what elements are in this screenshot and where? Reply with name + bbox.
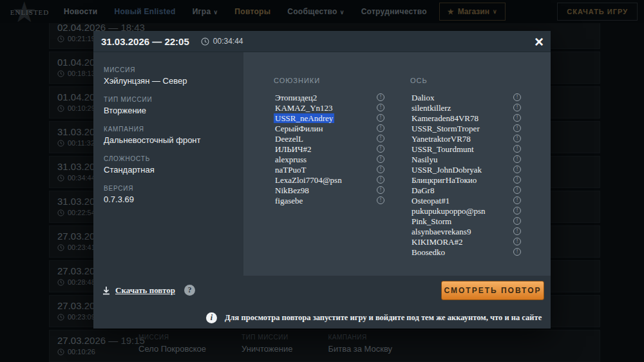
player-name[interactable]: Kameraden84VR78: [410, 113, 480, 123]
player-row: Pink_Storm !: [410, 216, 521, 226]
modal-footer: Скачать повтор ? СМОТРЕТЬ ПОВТОР i Для п…: [93, 276, 551, 329]
player-name[interactable]: Этопиздец2: [274, 93, 318, 102]
player-row: figasebe !: [274, 195, 384, 205]
modal-header: 31.03.2026 — 22:05 00:34:44 ×: [93, 31, 551, 52]
replay-duration: 00:34:44: [213, 37, 243, 46]
player-row: USSR_JohnDobryak !: [410, 164, 521, 175]
player-name[interactable]: Nasilyu: [410, 155, 439, 164]
detail-value: Хэйлунцзян — Север: [104, 76, 233, 86]
players-panel: СОЮЗНИКИ Этопиздец2 ! KAMAZ_Yn123 !: [243, 52, 551, 276]
player-row: СерыйФилин !: [274, 123, 384, 133]
player-row: LexaZloi7704@psn !: [274, 175, 384, 185]
player-name[interactable]: pukupukupoppo@psn: [410, 206, 487, 216]
player-info-icon[interactable]: !: [377, 114, 384, 122]
detail-group: ТИП МИССИИ Вторжение: [104, 96, 233, 116]
player-name[interactable]: alsynbaevrekans9: [410, 227, 472, 236]
player-name[interactable]: LexaZloi7704@psn: [274, 175, 343, 185]
player-info-icon[interactable]: !: [513, 248, 521, 256]
player-row: Boosedko !: [410, 247, 521, 257]
player-row: Daliox !: [410, 92, 521, 102]
player-info-icon[interactable]: !: [513, 176, 521, 184]
player-name[interactable]: DaGr8: [410, 186, 435, 195]
player-name[interactable]: KIKIMORA#2: [410, 237, 464, 247]
download-replay-link[interactable]: Скачать повтор: [115, 285, 175, 296]
player-name[interactable]: Boosedko: [410, 247, 446, 257]
replay-details-modal: 31.03.2026 — 22:05 00:34:44 × МИССИЯ Хэй…: [93, 31, 551, 329]
player-info-icon[interactable]: !: [377, 145, 384, 153]
player-info-icon[interactable]: !: [513, 238, 521, 245]
player-row: silentkillerz !: [410, 102, 521, 113]
player-row: DeezelL !: [274, 133, 384, 144]
player-info-icon[interactable]: !: [377, 124, 384, 132]
download-icon: [102, 286, 111, 295]
player-name[interactable]: USSR_Tourdmunt: [410, 144, 475, 154]
player-info-icon[interactable]: !: [513, 104, 521, 111]
player-row: naTPuoT !: [274, 164, 384, 175]
player-name[interactable]: Osteopat#1: [410, 196, 451, 205]
player-info-icon[interactable]: !: [513, 196, 521, 204]
player-name[interactable]: USSR_neAndrey: [274, 113, 334, 123]
player-row: DaGr8 !: [410, 185, 521, 195]
player-info-icon[interactable]: !: [513, 135, 521, 142]
detail-label: СЛОЖНОСТЬ: [104, 155, 233, 162]
player-info-icon[interactable]: !: [377, 166, 384, 173]
player-name[interactable]: БлицкригНаТокио: [410, 175, 478, 185]
player-name[interactable]: USSR_JohnDobryak: [410, 165, 483, 175]
player-info-icon[interactable]: !: [377, 104, 384, 111]
player-info-icon[interactable]: !: [377, 135, 384, 142]
player-info-icon[interactable]: !: [377, 93, 384, 101]
info-note-text: Для просмотра повтора запустите игру и в…: [225, 313, 542, 323]
player-info-icon[interactable]: !: [513, 166, 521, 173]
modal-title: 31.03.2026 — 22:05: [101, 36, 189, 47]
player-name[interactable]: KAMAZ_Yn123: [274, 103, 334, 113]
detail-value: 0.7.3.69: [104, 195, 233, 205]
player-name[interactable]: silentkillerz: [410, 103, 452, 113]
player-row: pukupukupoppo@psn !: [410, 205, 521, 216]
player-info-icon[interactable]: !: [513, 217, 521, 225]
player-name[interactable]: figasebe: [274, 196, 304, 205]
axis-title: ОСЬ: [410, 77, 521, 84]
page: ★ ENLISTED Новости Новый Enlisted Игра∨ …: [0, 0, 644, 362]
close-icon[interactable]: ×: [527, 31, 551, 52]
player-name[interactable]: Pink_Storm: [410, 216, 453, 226]
player-row: USSR_Tourdmunt !: [410, 144, 521, 154]
detail-group: СЛОЖНОСТЬ Стандартная: [104, 155, 233, 175]
watch-replay-button[interactable]: СМОТРЕТЬ ПОВТОР: [441, 281, 544, 300]
player-row: БлицкригНаТокио !: [410, 175, 521, 185]
player-row: Osteopat#1 !: [410, 195, 521, 205]
player-row: ИЛЬИЧ#2 !: [274, 144, 384, 154]
player-name[interactable]: NikBez98: [274, 186, 310, 195]
player-info-icon[interactable]: !: [513, 155, 521, 163]
player-info-icon[interactable]: !: [377, 176, 384, 184]
player-info-icon[interactable]: !: [513, 114, 521, 122]
player-info-icon[interactable]: !: [513, 227, 521, 235]
info-icon: i: [206, 312, 217, 323]
player-info-icon[interactable]: !: [513, 207, 521, 214]
player-info-icon[interactable]: !: [377, 155, 384, 163]
player-row: KIKIMORA#2 !: [410, 236, 521, 247]
player-name[interactable]: СерыйФилин: [274, 124, 324, 133]
player-info-icon[interactable]: !: [513, 124, 521, 132]
player-name[interactable]: DeezelL: [274, 134, 305, 144]
detail-value: Вторжение: [104, 106, 233, 116]
player-row: Kameraden84VR78 !: [410, 113, 521, 123]
player-info-icon[interactable]: !: [377, 196, 384, 204]
player-info-icon[interactable]: !: [513, 145, 521, 153]
download-replay-row: Скачать повтор ?: [102, 285, 195, 296]
player-name[interactable]: USSR_StormTroper: [410, 124, 481, 133]
player-info-icon[interactable]: !: [377, 186, 384, 194]
player-name[interactable]: YanetraktorVR78: [410, 134, 472, 144]
player-name[interactable]: ИЛЬИЧ#2: [274, 144, 313, 154]
detail-group: КАМПАНИЯ Дальневосточный фронт: [104, 126, 233, 146]
player-row: Этопиздец2 !: [274, 92, 384, 102]
detail-group: МИССИЯ Хэйлунцзян — Север: [104, 66, 233, 86]
help-icon[interactable]: ?: [184, 285, 195, 296]
player-info-icon[interactable]: !: [513, 186, 521, 194]
player-name[interactable]: naTPuoT: [274, 165, 307, 175]
player-info-icon[interactable]: !: [513, 93, 521, 101]
player-row: alexpruss !: [274, 154, 384, 164]
player-name[interactable]: Daliox: [410, 93, 435, 102]
detail-group: ВЕРСИЯ 0.7.3.69: [104, 185, 233, 205]
axis-list: Daliox ! silentkillerz ! Kameraden84VR78: [410, 92, 521, 257]
player-name[interactable]: alexpruss: [274, 155, 308, 164]
